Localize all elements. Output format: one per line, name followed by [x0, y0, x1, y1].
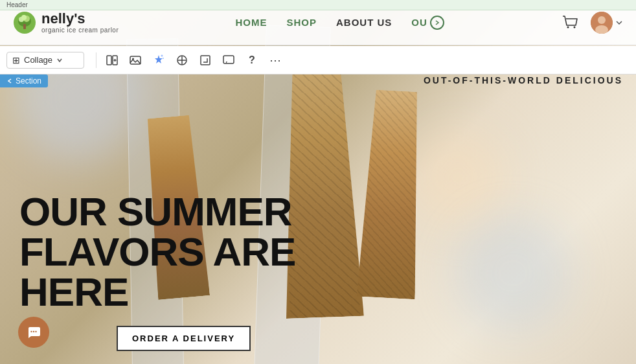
more-button[interactable]: ⋯ — [265, 50, 286, 71]
section-tag[interactable]: Section — [0, 74, 48, 87]
svg-point-18 — [163, 58, 164, 59]
collage-chevron-down-icon — [56, 57, 63, 63]
order-delivery-button[interactable]: ORDER A DELIVERY — [117, 326, 251, 351]
collage-dropdown[interactable]: ⊞ Collage — [6, 52, 84, 69]
nav-about[interactable]: ABOUT US — [336, 17, 392, 28]
tagline-2: OUT-OF-THIS-WORLD DELICIOUS — [424, 75, 623, 85]
editor-hint-bar: Header — [0, 0, 636, 10]
nav-our: OU — [411, 17, 427, 28]
svg-point-9 — [598, 16, 606, 24]
cart-icon — [561, 13, 580, 32]
svg-rect-5 — [23, 24, 26, 29]
editor-toolbar: ⊞ Collage — [0, 46, 636, 74]
svg-point-7 — [574, 26, 576, 28]
svg-rect-22 — [201, 56, 210, 65]
svg-point-27 — [35, 331, 36, 332]
comment-button[interactable] — [218, 50, 239, 71]
avatar-button[interactable] — [591, 12, 623, 34]
move-button[interactable] — [172, 50, 192, 71]
svg-point-6 — [567, 26, 569, 28]
svg-rect-11 — [107, 56, 111, 65]
more-dots-icon: ⋯ — [269, 53, 282, 67]
resize-icon — [199, 54, 212, 67]
hero-main-text: OUR SUMMER FLAVORS ARE HERE — [19, 192, 295, 312]
avatar — [591, 12, 613, 34]
chevron-right-icon — [434, 19, 440, 26]
ai-icon — [152, 54, 165, 67]
nav-home[interactable]: HOME — [235, 17, 267, 28]
chat-button[interactable] — [18, 317, 49, 348]
svg-point-17 — [161, 54, 163, 56]
svg-point-25 — [30, 331, 32, 332]
cone-medium — [356, 89, 426, 299]
comment-icon — [222, 54, 235, 67]
svg-rect-23 — [223, 56, 234, 63]
nav-menu: HOME SHOP ABOUT US OU — [235, 16, 444, 30]
logo-name: nelly's — [41, 11, 119, 27]
add-section-icon — [106, 54, 119, 67]
nav-shop[interactable]: SHOP — [286, 17, 317, 28]
help-button[interactable]: ? — [242, 50, 262, 71]
headline-line2: FLAVORS ARE — [19, 232, 295, 272]
help-icon: ? — [249, 54, 255, 66]
dropdown-grid-icon: ⊞ — [12, 55, 20, 65]
svg-point-4 — [21, 15, 27, 20]
hero-headline: OUR SUMMER FLAVORS ARE HERE — [19, 192, 295, 312]
logo-text-area: nelly's organic ice cream parlor — [41, 11, 119, 34]
add-media-button[interactable] — [125, 50, 146, 71]
nav-chevron-right-icon[interactable] — [430, 16, 444, 30]
header-right — [561, 12, 623, 34]
headline-line3: HERE — [19, 272, 295, 312]
logo-subtitle: organic ice cream parlor — [41, 27, 119, 34]
chat-icon — [26, 324, 41, 340]
section-label: Section — [16, 76, 41, 85]
cart-button[interactable] — [561, 13, 580, 32]
headline-line1: OUR SUMMER — [19, 192, 295, 232]
avatar-icon — [591, 12, 613, 34]
logo-icon — [13, 11, 36, 34]
section-chevron-left-icon — [6, 78, 13, 84]
add-section-button[interactable] — [102, 50, 122, 71]
move-icon — [176, 54, 188, 67]
nav-more[interactable]: OU — [411, 16, 444, 30]
ai-button[interactable] — [148, 50, 169, 71]
resize-button[interactable] — [195, 50, 216, 71]
add-media-icon — [129, 54, 142, 67]
separator-1 — [96, 52, 97, 68]
svg-point-26 — [33, 331, 34, 332]
chevron-down-icon — [615, 19, 623, 27]
logo-area: nelly's organic ice cream parlor — [13, 11, 119, 34]
svg-point-16 — [132, 58, 134, 60]
collage-label: Collage — [24, 55, 52, 65]
header-label: Header — [6, 1, 28, 8]
